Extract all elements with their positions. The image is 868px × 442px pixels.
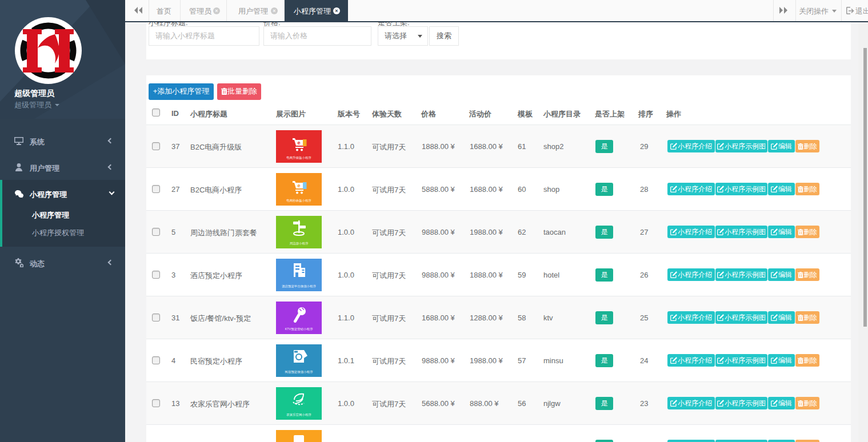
svg-text:e: e bbox=[297, 183, 300, 188]
svg-text:e: e bbox=[297, 140, 300, 146]
